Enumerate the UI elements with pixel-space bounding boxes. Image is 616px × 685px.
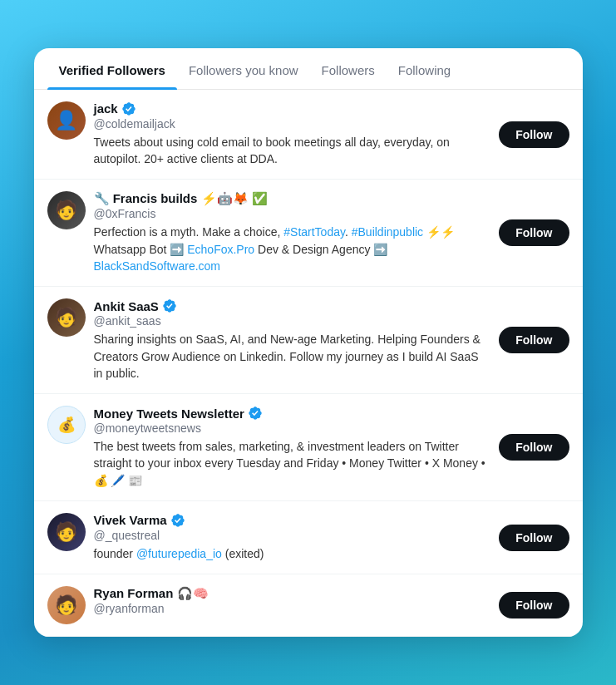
user-name-money-tweets: Money Tweets Newsletter [94, 407, 244, 421]
user-info-ryan: Ryan Forman 🎧🧠@ryanforman [94, 586, 491, 615]
tab-followers[interactable]: Followers [310, 48, 387, 89]
tab-bar: Verified FollowersFollowers you knowFoll… [34, 48, 583, 90]
tab-following[interactable]: Following [387, 48, 462, 89]
follow-button-ryan[interactable]: Follow [499, 592, 569, 618]
user-info-jack: jack@coldemailjackTweets about using col… [94, 101, 491, 168]
name-row-jack: jack [94, 101, 491, 116]
user-bio-francis: Perfection is a myth. Make a choice, #St… [94, 224, 491, 274]
follow-button-vivek[interactable]: Follow [499, 525, 569, 551]
user-name-vivek: Vivek Varma [94, 513, 167, 527]
follow-button-jack[interactable]: Follow [499, 121, 569, 148]
follow-button-ankit[interactable]: Follow [499, 327, 569, 353]
user-row-francis: 🧑🔧 Francis builds ⚡🤖🦊 ✅@0xFrancisPerfect… [34, 180, 583, 287]
name-row-money-tweets: Money Tweets Newsletter [94, 406, 491, 421]
main-card: Verified FollowersFollowers you knowFoll… [34, 48, 583, 638]
user-info-money-tweets: Money Tweets Newsletter@moneytweetsnewsT… [94, 406, 491, 489]
user-bio-vivek: founder @futurepedia_io (exited) [94, 545, 491, 562]
user-bio-money-tweets: The best tweets from sales, marketing, &… [94, 438, 491, 489]
verified-icon-ankit [162, 298, 177, 313]
user-handle-francis: @0xFrancis [94, 207, 491, 220]
user-handle-ryan: @ryanforman [94, 602, 491, 615]
user-bio-jack: Tweets about using cold email to book me… [94, 134, 491, 168]
name-row-ryan: Ryan Forman 🎧🧠 [94, 586, 491, 601]
user-name-ryan: Ryan Forman 🎧🧠 [94, 586, 209, 601]
avatar-ankit: 🧑 [47, 298, 86, 337]
user-name-jack: jack [94, 101, 118, 116]
verified-icon-vivek [170, 513, 185, 528]
avatar-ryan: 🧑 [47, 586, 86, 624]
tab-verified-followers[interactable]: Verified Followers [47, 48, 177, 89]
user-info-francis: 🔧 Francis builds ⚡🤖🦊 ✅@0xFrancisPerfecti… [94, 191, 491, 274]
user-row-jack: 👤jack@coldemailjackTweets about using co… [34, 90, 583, 180]
user-info-vivek: Vivek Varma@_questrealfounder @futureped… [94, 513, 491, 562]
user-row-vivek: 🧑Vivek Varma@_questrealfounder @futurepe… [34, 501, 583, 574]
user-name-francis: 🔧 Francis builds ⚡🤖🦊 ✅ [94, 191, 268, 206]
name-row-francis: 🔧 Francis builds ⚡🤖🦊 ✅ [94, 191, 491, 206]
user-row-ryan: 🧑Ryan Forman 🎧🧠@ryanformanFollow [34, 574, 583, 637]
follow-button-francis[interactable]: Follow [499, 219, 569, 246]
avatar-money-tweets: 💰 [47, 406, 86, 444]
follow-button-money-tweets[interactable]: Follow [499, 434, 569, 461]
user-name-ankit: Ankit SaaS [94, 299, 159, 313]
avatar-vivek: 🧑 [47, 513, 86, 551]
avatar-francis: 🧑 [47, 191, 86, 229]
verified-icon-jack [121, 101, 136, 116]
user-info-ankit: Ankit SaaS@ankit_saasSharing insights on… [94, 298, 491, 382]
user-handle-money-tweets: @moneytweetsnews [94, 421, 491, 435]
name-row-vivek: Vivek Varma [94, 513, 491, 528]
user-handle-jack: @coldemailjack [94, 117, 491, 131]
user-bio-ankit: Sharing insights on SaaS, AI, and New-ag… [94, 331, 491, 382]
tab-followers-you-know[interactable]: Followers you know [177, 48, 310, 89]
avatar-jack: 👤 [47, 101, 86, 140]
user-handle-ankit: @ankit_saas [94, 314, 491, 328]
user-row-money-tweets: 💰Money Tweets Newsletter@moneytweetsnews… [34, 394, 583, 501]
user-list: 👤jack@coldemailjackTweets about using co… [34, 90, 583, 638]
user-handle-vivek: @_questreal [94, 529, 491, 542]
verified-icon-money-tweets [248, 406, 263, 421]
user-row-ankit: 🧑Ankit SaaS@ankit_saasSharing insights o… [34, 287, 583, 394]
name-row-ankit: Ankit SaaS [94, 298, 491, 313]
